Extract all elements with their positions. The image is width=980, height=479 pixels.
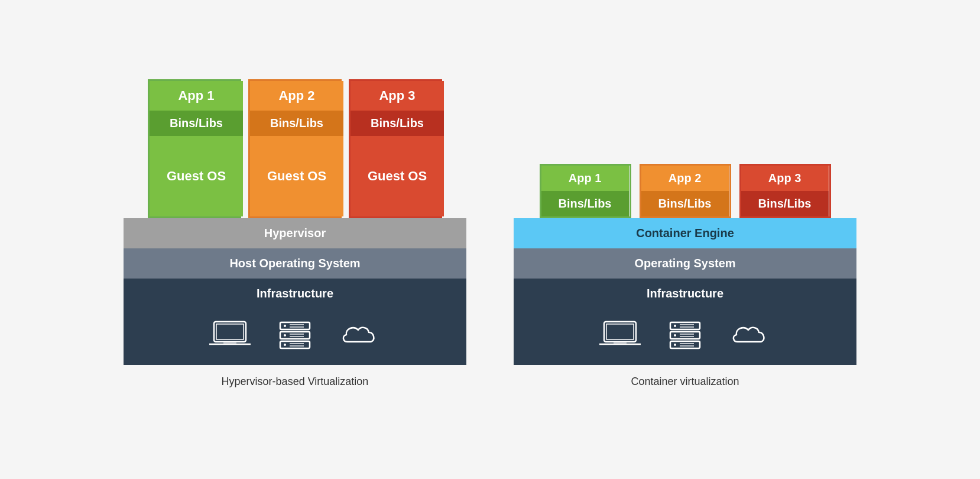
- server-icon-2: [664, 319, 706, 352]
- svg-point-7: [284, 325, 286, 327]
- cont-app1-stack: App 1 Bins/Libs: [540, 164, 631, 218]
- hyp-app3-label: App 3: [351, 81, 444, 111]
- svg-rect-1: [216, 324, 244, 339]
- cont-app1-label: App 1: [541, 166, 629, 191]
- hyp-app1-label: App 1: [150, 81, 243, 111]
- container-stack: App 1 Bins/Libs App 2 Bins/Libs App 3 Bi…: [514, 164, 856, 365]
- cont-app2-label: App 2: [641, 166, 729, 191]
- hyp-app1-bins: Bins/Libs: [150, 111, 243, 136]
- hypervisor-bar: Hypervisor: [124, 218, 466, 248]
- hyp-app2-guestos: Guest OS: [250, 136, 343, 216]
- host-os-bar: Host Operating System: [124, 248, 466, 279]
- svg-point-23: [674, 325, 676, 327]
- cont-icons-row: [514, 309, 856, 365]
- hyp-app1-guestos: Guest OS: [150, 136, 243, 216]
- svg-point-8: [284, 334, 286, 336]
- hyp-app3-bins: Bins/Libs: [351, 111, 444, 136]
- container-engine-bar: Container Engine: [514, 218, 856, 248]
- cont-app3-label: App 3: [741, 166, 829, 191]
- svg-point-24: [674, 334, 676, 336]
- hyp-app3-stack: App 3 Bins/Libs Guest OS: [349, 79, 442, 218]
- cloud-icon-2: [729, 319, 771, 352]
- svg-rect-19: [614, 342, 627, 344]
- cloud-icon: [339, 319, 381, 352]
- hypervisor-diagram: App 1 Bins/Libs Guest OS App 2 Bins/Libs…: [124, 79, 466, 388]
- hyp-app2-bins: Bins/Libs: [250, 111, 343, 136]
- server-icon: [274, 319, 316, 352]
- hyp-app2-stack: App 2 Bins/Libs Guest OS: [248, 79, 342, 218]
- container-apps-row: App 1 Bins/Libs App 2 Bins/Libs App 3 Bi…: [514, 164, 856, 218]
- cont-app1-bins: Bins/Libs: [541, 191, 629, 216]
- cont-app3-stack: App 3 Bins/Libs: [739, 164, 831, 218]
- cont-app2-stack: App 2 Bins/Libs: [640, 164, 731, 218]
- container-title: Container virtualization: [631, 376, 739, 388]
- main-container: App 1 Bins/Libs Guest OS App 2 Bins/Libs…: [88, 62, 892, 417]
- hyp-icons-row: [124, 309, 466, 365]
- hypervisor-stack: App 1 Bins/Libs Guest OS App 2 Bins/Libs…: [124, 79, 466, 365]
- hyp-app1-stack: App 1 Bins/Libs Guest OS: [148, 79, 241, 218]
- svg-rect-0: [214, 322, 246, 342]
- hyp-app3-guestos: Guest OS: [351, 136, 444, 216]
- svg-rect-16: [604, 322, 636, 342]
- hyp-app2-label: App 2: [250, 81, 343, 111]
- svg-rect-3: [223, 342, 236, 344]
- hypervisor-apps-row: App 1 Bins/Libs Guest OS App 2 Bins/Libs…: [124, 79, 466, 218]
- laptop-icon-2: [599, 319, 641, 352]
- laptop-icon: [209, 319, 251, 352]
- cont-app2-bins: Bins/Libs: [641, 191, 729, 216]
- hypervisor-title: Hypervisor-based Virtualization: [222, 376, 369, 388]
- container-diagram: App 1 Bins/Libs App 2 Bins/Libs App 3 Bi…: [514, 164, 856, 388]
- hyp-infra-bar: Infrastructure: [124, 279, 466, 309]
- os-bar: Operating System: [514, 248, 856, 279]
- svg-rect-17: [606, 324, 634, 339]
- svg-point-9: [284, 344, 286, 346]
- cont-app3-bins: Bins/Libs: [741, 191, 829, 216]
- cont-infra-bar: Infrastructure: [514, 279, 856, 309]
- svg-point-25: [674, 344, 676, 346]
